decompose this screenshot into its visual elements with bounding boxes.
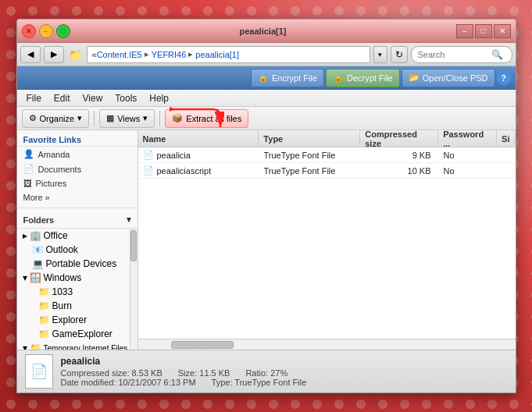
menu-tools[interactable]: Tools [109, 91, 143, 105]
minimize-button[interactable]: – [39, 24, 53, 38]
tree-item-portable-devices[interactable]: 💻 Portable Devices [17, 257, 130, 271]
organize-chevron: ▾ [77, 113, 82, 123]
status-bar: 📄 peaalicia Compressed size: 8.53 KB Siz… [17, 350, 516, 392]
search-input[interactable] [418, 50, 488, 59]
views-icon: ▦ [106, 113, 114, 123]
menu-file[interactable]: File [20, 91, 48, 105]
organize-button[interactable]: ⚙ Organize ▾ [22, 109, 90, 128]
col-type-label: Type [263, 134, 283, 144]
burn-icon: 📁 [38, 300, 50, 311]
unlock-icon: 🔓 [333, 73, 344, 83]
file-list: 📄 peaalicia TrueType Font File 9 KB No [138, 147, 516, 339]
folders-header[interactable]: Folders ▾ [17, 211, 137, 229]
toolbar-separator-2 [159, 111, 160, 126]
refresh-button[interactable]: ↻ [391, 46, 408, 63]
tree-item-temp-internet[interactable]: ▾ 📁 Temporary Internet Files [17, 341, 130, 350]
file-row-peaalicia[interactable]: 📄 peaalicia TrueType Font File 9 KB No [138, 147, 516, 163]
gameexplorer-label: GameExplorer [52, 329, 112, 339]
explorer-label: Explorer [52, 314, 87, 325]
sidebar: Favorite Links 👤 Amanda 📄 Documents 🖼 Pi… [17, 130, 138, 350]
tree-item-office[interactable]: ▸ 🏢 Office [17, 229, 130, 243]
open-close-psd-button[interactable]: 📂 Open/Close PSD [402, 69, 495, 87]
help-button[interactable]: ? [497, 71, 511, 85]
sidebar-scroll-thumb[interactable] [130, 230, 137, 261]
extract-all-button[interactable]: 📦 Extract all files [165, 109, 248, 128]
main-panel: Name Type Compressed size Password ... S… [138, 130, 516, 350]
sidebar-tree-content: ▸ 🏢 Office 📧 Outlook 💻 Portable Devices [17, 229, 130, 350]
title-bar-right: – □ ✕ [456, 24, 511, 38]
col-csize-label: Compressed size [365, 130, 433, 148]
close-button[interactable]: ✕ [22, 24, 36, 38]
views-chevron: ▾ [143, 113, 148, 123]
path-content-ie5[interactable]: Content.IE5 [97, 50, 142, 59]
tree-item-burn[interactable]: 📁 Burn [17, 299, 130, 313]
menu-view[interactable]: View [77, 91, 109, 105]
documents-icon: 📄 [23, 164, 34, 174]
back-button[interactable]: ◀ [20, 46, 41, 63]
sidebar-item-more[interactable]: More » [17, 190, 137, 204]
col-header-type[interactable]: Type [259, 130, 360, 147]
extract-icon: 📦 [172, 113, 183, 123]
search-box: 🔍 [411, 46, 512, 63]
file-csize-1: 10 KB [408, 166, 431, 176]
office-icon: 🏢 [30, 230, 41, 241]
encrypt-file-button[interactable]: 🔒 Encrypt File [251, 69, 324, 87]
tree-item-outlook[interactable]: 📧 Outlook [17, 243, 130, 257]
favorite-links-header: Favorite Links [17, 130, 137, 147]
views-button[interactable]: ▦ Views ▾ [99, 109, 155, 128]
title-minimize-ctrl[interactable]: – [456, 24, 473, 38]
file-type-0: TrueType Font File [264, 151, 336, 160]
path-arrow-2: ▸ [188, 49, 193, 59]
col-header-si[interactable]: Si [497, 130, 515, 147]
address-path[interactable]: « Content.IE5 ▸ YEFRI46 ▸ peaalicia[1] [87, 46, 370, 63]
content-area: Favorite Links 👤 Amanda 📄 Documents 🖼 Pi… [17, 130, 516, 350]
temp-icon: 📁 [30, 343, 41, 350]
ratio-label: Ratio: 27% [245, 368, 287, 378]
sidebar-item-amanda[interactable]: 👤 Amanda [17, 147, 137, 162]
file-row-peaaliciascript[interactable]: 📄 peaaliciascript TrueType Font File 10 … [138, 163, 516, 179]
path-file[interactable]: peaalicia[1] [195, 50, 239, 59]
temp-label: Temporary Internet Files [44, 344, 128, 350]
address-dropdown[interactable]: ▾ [373, 46, 387, 63]
tree-item-1033[interactable]: 📁 1033 [17, 285, 130, 299]
path-yefri46[interactable]: YEFRI46 [152, 50, 187, 59]
type-label-status: Type: TrueType Font File [212, 378, 307, 387]
1033-icon: 📁 [38, 286, 50, 297]
forward-button[interactable]: ▶ [44, 46, 64, 63]
sidebar-item-pictures[interactable]: 🖼 Pictures [17, 176, 137, 190]
office-expand-icon: ▸ [23, 230, 27, 241]
col-header-csize[interactable]: Compressed size [360, 130, 438, 147]
compressed-size-label: Compressed size: 8.53 KB [61, 368, 162, 378]
folders-chevron: ▾ [127, 215, 131, 225]
decrypt-label: Decrypt File [347, 73, 393, 83]
horizontal-scrollbar[interactable] [138, 339, 516, 350]
maximize-button[interactable]: □ [56, 24, 70, 38]
temp-expand-icon: ▾ [23, 343, 27, 350]
lock-icon: 🔒 [258, 73, 269, 83]
organize-icon: ⚙ [29, 113, 37, 123]
1033-label: 1033 [52, 286, 73, 297]
title-maximize-ctrl[interactable]: □ [475, 24, 492, 38]
menu-edit[interactable]: Edit [48, 91, 77, 105]
col-header-name[interactable]: Name [138, 130, 259, 147]
sidebar-item-documents[interactable]: 📄 Documents [17, 162, 137, 176]
portable-icon: 💻 [32, 258, 44, 269]
sidebar-scroll-area: ▸ 🏢 Office 📧 Outlook 💻 Portable Devices [17, 229, 137, 350]
tree-item-windows[interactable]: ▾ 🪟 Windows [17, 271, 130, 285]
tree-item-explorer[interactable]: 📁 Explorer [17, 313, 130, 327]
toolbar-separator-1 [94, 111, 95, 126]
sidebar-scrollbar[interactable] [130, 229, 137, 350]
decrypt-file-button[interactable]: 🔓 Decrypt File [326, 69, 400, 87]
folder-icon: 📁 [69, 48, 82, 61]
status-filename: peaalicia [61, 356, 508, 367]
gameexplorer-icon: 📁 [38, 329, 50, 339]
openpsd-label: Open/Close PSD [423, 73, 488, 83]
menu-help[interactable]: Help [143, 91, 175, 105]
tree-item-gameexplorer[interactable]: 📁 GameExplorer [17, 327, 130, 341]
h-scroll-thumb[interactable] [171, 341, 234, 349]
file-name-1: peaaliciascript [157, 166, 212, 176]
col-header-password[interactable]: Password ... [438, 130, 497, 147]
title-close-ctrl[interactable]: ✕ [494, 24, 511, 38]
file-password-0: No [444, 151, 455, 160]
pictures-label: Pictures [36, 179, 67, 188]
